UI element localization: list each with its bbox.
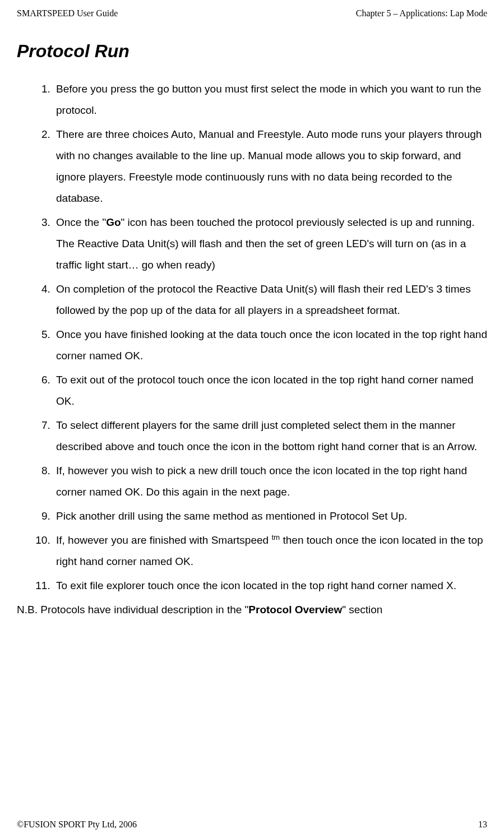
list-item: Before you press the go button you must … (53, 78, 487, 121)
list-item: Once the "Go" icon has been touched the … (53, 212, 487, 276)
list-item: On completion of the protocol the Reacti… (53, 279, 487, 321)
nb-bold: Protocol Overview (248, 604, 342, 615)
nb-text: N.B. Protocols have individual descripti… (17, 599, 487, 621)
list-item: Pick another drill using the same method… (53, 506, 487, 527)
nb-pre: N.B. Protocols have individual descripti… (17, 604, 248, 615)
nb-post: " section (342, 604, 382, 615)
list-item-text-pre: Once the " (56, 216, 106, 228)
header-right: Chapter 5 – Applications: Lap Mode (356, 8, 487, 18)
page-title: Protocol Run (17, 41, 487, 62)
page-header: SMARTSPEED User Guide Chapter 5 – Applic… (17, 8, 487, 18)
list-item-text-bold: Go (106, 216, 121, 228)
page-footer: ©FUSION SPORT Pty Ltd, 2006 13 (17, 820, 487, 830)
list-item: If, however you wish to pick a new drill… (53, 460, 487, 503)
header-left: SMARTSPEED User Guide (17, 8, 118, 18)
footer-left: ©FUSION SPORT Pty Ltd, 2006 (17, 820, 137, 830)
protocol-run-list: Before you press the go button you must … (36, 78, 487, 596)
list-container: Before you press the go button you must … (17, 78, 487, 596)
list-item: To exit out of the protocol touch once t… (53, 369, 487, 412)
list-item: Once you have finished looking at the da… (53, 324, 487, 367)
footer-page-number: 13 (478, 820, 487, 830)
list-item: If, however you are finished with Smarts… (53, 530, 487, 572)
list-item: To exit file explorer touch once the ico… (53, 575, 487, 596)
list-item-text-pre: If, however you are finished with Smarts… (56, 534, 271, 546)
list-item-text-sup: tm (271, 533, 280, 541)
list-item: To select different players for the same… (53, 415, 487, 457)
list-item: There are three choices Auto, Manual and… (53, 124, 487, 209)
